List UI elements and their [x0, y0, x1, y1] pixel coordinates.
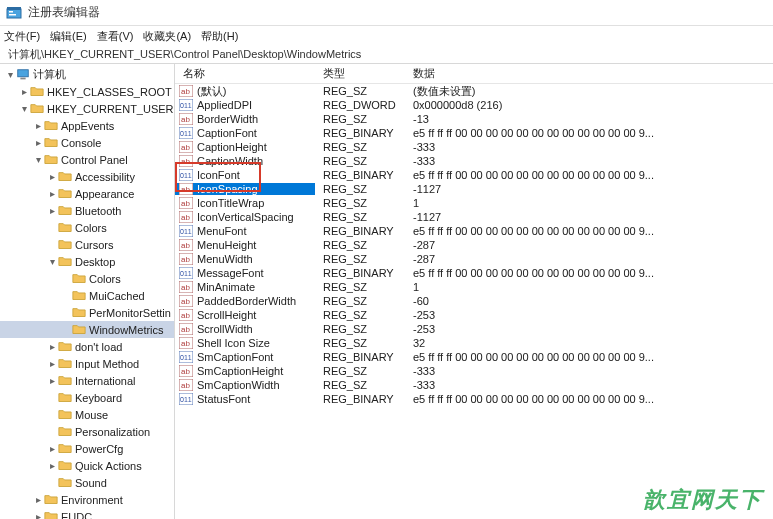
value-name: CaptionFont: [197, 127, 257, 139]
string-icon: ab: [179, 253, 193, 265]
col-type[interactable]: 类型: [315, 66, 405, 81]
list-row[interactable]: abCaptionHeightREG_SZ-333: [175, 140, 773, 154]
tree-item[interactable]: ▸Environment: [0, 491, 174, 508]
list-row[interactable]: ab(默认)REG_SZ(数值未设置): [175, 84, 773, 98]
tree-item[interactable]: ▸don't load: [0, 338, 174, 355]
value-name: IconTitleWrap: [197, 197, 264, 209]
tree-item[interactable]: WindowMetrics: [0, 321, 174, 338]
list-row[interactable]: 011IconFontREG_BINARYe5 ff ff ff 00 00 0…: [175, 168, 773, 182]
expand-icon[interactable]: ▸: [46, 341, 58, 352]
expand-icon[interactable]: ▸: [32, 120, 44, 131]
list-row[interactable]: abIconTitleWrapREG_SZ1: [175, 196, 773, 210]
tree-item[interactable]: Personalization: [0, 423, 174, 440]
expand-icon[interactable]: ▸: [46, 443, 58, 454]
tree-item[interactable]: ▸HKEY_CLASSES_ROOT: [0, 83, 174, 100]
list-row[interactable]: abPaddedBorderWidthREG_SZ-60: [175, 294, 773, 308]
svg-text:011: 011: [180, 228, 192, 235]
tree-item[interactable]: ▸International: [0, 372, 174, 389]
tree-pane[interactable]: ▾计算机▸HKEY_CLASSES_ROOT▾HKEY_CURRENT_USER…: [0, 64, 175, 519]
value-type: REG_SZ: [315, 253, 405, 265]
tree-item[interactable]: ▸PowerCfg: [0, 440, 174, 457]
folder-icon: [44, 510, 58, 519]
list-row[interactable]: abMenuWidthREG_SZ-287: [175, 252, 773, 266]
tree-item[interactable]: ▸Appearance: [0, 185, 174, 202]
value-name: IconVerticalSpacing: [197, 211, 294, 223]
tree-item[interactable]: ▾HKEY_CURRENT_USER: [0, 100, 174, 117]
binary-icon: 011: [179, 169, 193, 181]
expand-icon[interactable]: ▸: [32, 494, 44, 505]
collapse-icon[interactable]: ▾: [18, 103, 30, 114]
expand-icon[interactable]: ▸: [46, 358, 58, 369]
tree-item[interactable]: MuiCached: [0, 287, 174, 304]
folder-icon: [58, 442, 72, 455]
list-row[interactable]: 011MenuFontREG_BINARYe5 ff ff ff 00 00 0…: [175, 224, 773, 238]
list-row[interactable]: abMinAnimateREG_SZ1: [175, 280, 773, 294]
tree-item[interactable]: Colors: [0, 270, 174, 287]
menu-view[interactable]: 查看(V): [97, 29, 134, 44]
expand-icon[interactable]: ▸: [46, 205, 58, 216]
tree-item[interactable]: Cursors: [0, 236, 174, 253]
menu-edit[interactable]: 编辑(E): [50, 29, 87, 44]
menu-favorites[interactable]: 收藏夹(A): [143, 29, 191, 44]
menu-help[interactable]: 帮助(H): [201, 29, 238, 44]
value-name: (默认): [197, 84, 226, 99]
tree-item[interactable]: Colors: [0, 219, 174, 236]
list-row[interactable]: 011CaptionFontREG_BINARYe5 ff ff ff 00 0…: [175, 126, 773, 140]
list-row[interactable]: abMenuHeightREG_SZ-287: [175, 238, 773, 252]
list-row[interactable]: 011StatusFontREG_BINARYe5 ff ff ff 00 00…: [175, 392, 773, 406]
folder-icon: [58, 340, 72, 353]
tree-item[interactable]: ▸Console: [0, 134, 174, 151]
value-name: MenuFont: [197, 225, 247, 237]
list-row[interactable]: abBorderWidthREG_SZ-13: [175, 112, 773, 126]
expand-icon[interactable]: ▸: [46, 188, 58, 199]
value-data: -287: [405, 239, 773, 251]
expand-icon[interactable]: ▸: [32, 137, 44, 148]
list-row[interactable]: abShell Icon SizeREG_SZ32: [175, 336, 773, 350]
string-icon: ab: [179, 281, 193, 293]
tree-item[interactable]: ▾Desktop: [0, 253, 174, 270]
main: ▾计算机▸HKEY_CLASSES_ROOT▾HKEY_CURRENT_USER…: [0, 64, 773, 519]
watermark: 歆宜网天下: [643, 485, 763, 515]
list-row[interactable]: abIconVerticalSpacingREG_SZ-1127: [175, 210, 773, 224]
value-data: e5 ff ff ff 00 00 00 00 00 00 00 00 00 0…: [405, 225, 773, 237]
expand-icon[interactable]: ▸: [18, 86, 30, 97]
tree-item[interactable]: Keyboard: [0, 389, 174, 406]
collapse-icon[interactable]: ▾: [32, 154, 44, 165]
tree-item[interactable]: ▸Quick Actions: [0, 457, 174, 474]
tree-item[interactable]: ▸Accessibility: [0, 168, 174, 185]
tree-item[interactable]: ▸AppEvents: [0, 117, 174, 134]
col-name[interactable]: 名称: [175, 66, 315, 81]
tree-item[interactable]: ▸EUDC: [0, 508, 174, 519]
list-row[interactable]: abScrollHeightREG_SZ-253: [175, 308, 773, 322]
list-row[interactable]: abScrollWidthREG_SZ-253: [175, 322, 773, 336]
tree-item[interactable]: ▸Bluetooth: [0, 202, 174, 219]
tree-item[interactable]: PerMonitorSettin: [0, 304, 174, 321]
expand-icon[interactable]: ▸: [46, 375, 58, 386]
col-data[interactable]: 数据: [405, 66, 773, 81]
list-row[interactable]: abCaptionWidthREG_SZ-333: [175, 154, 773, 168]
list-row[interactable]: abSmCaptionHeightREG_SZ-333: [175, 364, 773, 378]
list-row[interactable]: 011AppliedDPIREG_DWORD0x000000d8 (216): [175, 98, 773, 112]
expand-icon[interactable]: ▸: [32, 511, 44, 519]
collapse-icon[interactable]: ▾: [4, 69, 16, 80]
folder-icon: [58, 459, 72, 472]
folder-icon: [72, 289, 86, 302]
list-row[interactable]: 011SmCaptionFontREG_BINARYe5 ff ff ff 00…: [175, 350, 773, 364]
tree-item[interactable]: Sound: [0, 474, 174, 491]
tree-item[interactable]: ▾Control Panel: [0, 151, 174, 168]
tree-item[interactable]: ▸Input Method: [0, 355, 174, 372]
list-row[interactable]: 011MessageFontREG_BINARYe5 ff ff ff 00 0…: [175, 266, 773, 280]
string-icon: ab: [179, 211, 193, 223]
menu-file[interactable]: 文件(F): [4, 29, 40, 44]
address-bar[interactable]: 计算机\HKEY_CURRENT_USER\Control Panel\Desk…: [0, 46, 773, 64]
tree-item[interactable]: Mouse: [0, 406, 174, 423]
tree-item-label: don't load: [75, 341, 122, 353]
tree-item[interactable]: ▾计算机: [0, 66, 174, 83]
value-data: 0x000000d8 (216): [405, 99, 773, 111]
collapse-icon[interactable]: ▾: [46, 256, 58, 267]
expand-icon[interactable]: ▸: [46, 460, 58, 471]
binary-icon: 011: [179, 267, 193, 279]
expand-icon[interactable]: ▸: [46, 171, 58, 182]
list-row[interactable]: abIconSpacingREG_SZ-1127: [175, 182, 773, 196]
list-row[interactable]: abSmCaptionWidthREG_SZ-333: [175, 378, 773, 392]
